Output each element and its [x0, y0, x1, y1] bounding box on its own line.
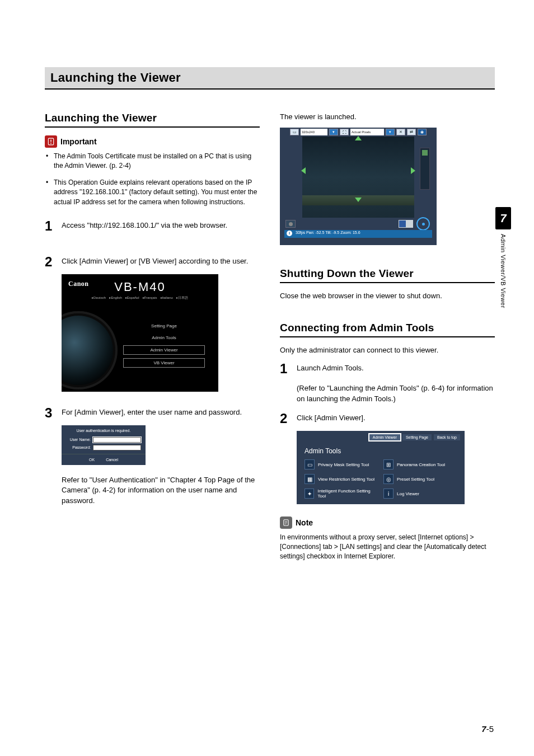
lang-link[interactable]: ▸Français — [143, 295, 157, 300]
admin-top-buttons: Admin Viewer Setting Page Back to top — [297, 431, 465, 446]
reconnect-icon[interactable]: ⇄ — [407, 129, 416, 135]
section-heading-launching: Launching the Viewer — [45, 112, 260, 128]
note-callout-header: Note — [280, 516, 495, 529]
footer-page: 5 — [489, 724, 494, 734]
important-icon — [45, 135, 57, 148]
admin-tools-title: Admin Tools — [297, 446, 465, 459]
toppage-logo: Canon — [68, 280, 89, 288]
step-number: 2 — [280, 412, 290, 425]
left-column: Launching the Viewer Important The Admin… — [45, 112, 260, 561]
note-label: Note — [296, 518, 313, 527]
step-text: Click [Admin Viewer] or [VB Viewer] acco… — [62, 255, 248, 269]
pixels-dropdown-icon[interactable]: ▾ — [386, 129, 395, 135]
important-bullet: This Operation Guide explains relevant o… — [53, 178, 260, 207]
viewer-launched-text: The viewer is launched. — [280, 112, 495, 122]
lang-link[interactable]: ▸Deutsch — [92, 295, 106, 300]
step-3: 3 For [Admin Viewer], enter the user nam… — [45, 406, 260, 420]
auth-username-input[interactable] — [93, 437, 141, 443]
toppage-button-settings[interactable]: Setting Page — [123, 322, 205, 330]
preset-icon: ◎ — [383, 474, 394, 484]
svg-point-2 — [50, 143, 51, 144]
auth-cancel-button[interactable]: Cancel — [106, 458, 118, 462]
tool-button[interactable]: ⛶ — [340, 129, 349, 135]
center-icon[interactable] — [416, 217, 430, 231]
admin-btn-setting-page[interactable]: Setting Page — [402, 434, 432, 440]
panorama-icon: ⊞ — [383, 459, 394, 469]
fullscreen-icon[interactable]: ✕ — [396, 129, 405, 135]
admin-tool-label: Intelligent Function Setting Tool — [317, 489, 378, 499]
viewer-toolbar: ▭ 320x240 ▾ ⛶ Actual Pixels ▾ ✕ ⇄ ◉ — [280, 128, 437, 137]
pan-down-icon[interactable] — [355, 198, 362, 202]
screenshot-viewer: ▭ 320x240 ▾ ⛶ Actual Pixels ▾ ✕ ⇄ ◉ — [280, 128, 437, 245]
note-text: In environments without a proxy server, … — [280, 533, 495, 561]
connect-step-2: 2 Click [Admin Viewer]. — [280, 412, 495, 425]
toppage-button-admintools[interactable]: Admin Tools — [123, 334, 205, 342]
admin-tool-item[interactable]: ✦Intelligent Function Setting Tool — [305, 489, 378, 499]
admin-btn-back[interactable]: Back to top — [434, 434, 460, 440]
pixels-select[interactable]: Actual Pixels — [350, 129, 384, 135]
viewer-bottom-bar — [280, 218, 437, 230]
privacy-mask-icon: ▭ — [305, 459, 315, 469]
step-text: For [Admin Viewer], enter the user name … — [62, 406, 242, 420]
step-number: 3 — [45, 406, 55, 420]
pan-up-icon[interactable] — [355, 136, 362, 140]
admin-tools-grid: ▭Privacy Mask Setting Tool ⊞Panorama Cre… — [297, 459, 465, 499]
auth-username-row: User Name: — [62, 436, 146, 444]
side-label: Admin Viewer/VB Viewer — [500, 234, 507, 308]
auth-ok-button[interactable]: OK — [89, 458, 95, 462]
footer-chapter: 7 — [481, 724, 486, 734]
main-heading-bar: Launching the Viewer — [45, 67, 495, 90]
admin-tool-item[interactable]: ◎Preset Setting Tool — [383, 474, 457, 484]
chapter-badge: 7 — [495, 207, 511, 229]
auth-password-input[interactable] — [93, 445, 141, 450]
pan-left-icon[interactable] — [301, 167, 306, 174]
lang-link[interactable]: ▸Italiano — [161, 295, 173, 300]
auth-password-row: Password: — [62, 444, 146, 452]
admin-btn-admin-viewer[interactable]: Admin Viewer — [369, 434, 400, 440]
viewer-status-bar: 30fps Pan: -52.5 Tilt: -9.5 Zoom: 15.6 — [284, 230, 432, 238]
size-dropdown-icon[interactable]: ▾ — [329, 129, 338, 135]
side-tab: 7 Admin Viewer/VB Viewer — [495, 207, 512, 308]
snapshot-icon[interactable] — [285, 220, 296, 228]
admin-tool-item[interactable]: iLog Viewer — [383, 489, 457, 499]
lang-link[interactable]: ▸English — [109, 295, 122, 300]
auth-username-label: User Name: — [66, 438, 91, 442]
step-number: 1 — [280, 362, 290, 375]
step-number: 1 — [45, 219, 55, 233]
toppage-langs: ▸Deutsch ▸English ▸Español ▸Français ▸It… — [92, 295, 188, 300]
toppage-button-vbviewer[interactable]: VB Viewer — [123, 358, 205, 368]
step-1: 1 Access "http://192.168.100.1/" via the… — [45, 219, 260, 233]
toppage-button-adminviewer[interactable]: Admin Viewer — [123, 345, 205, 355]
step-text: Launch Admin Tools. — [297, 362, 364, 375]
viewer-live-image[interactable] — [302, 137, 414, 218]
info-icon[interactable]: ◉ — [418, 129, 427, 135]
lang-link[interactable]: ▸日本語 — [176, 295, 188, 300]
step-number: 2 — [45, 255, 55, 269]
admin-tool-label: Privacy Mask Setting Tool — [318, 462, 369, 467]
tool-button[interactable]: ▭ — [290, 129, 299, 135]
step-3-note: Refer to "User Authentication" in "Chapt… — [62, 475, 260, 506]
admin-tool-item[interactable]: ▭Privacy Mask Setting Tool — [305, 459, 378, 469]
content-columns: Launching the Viewer Important The Admin… — [45, 112, 495, 561]
view-restriction-icon: ▦ — [305, 474, 315, 484]
size-select[interactable]: 320x240 — [301, 129, 327, 135]
step-text: Access "http://192.168.100.1/" via the w… — [62, 219, 227, 233]
page-root: Launching the Viewer Launching the Viewe… — [0, 0, 534, 756]
note-icon — [280, 516, 292, 529]
toppage-body: Setting Page Admin Tools Admin Viewer VB… — [62, 303, 218, 387]
shutdown-text: Close the web browser in the viewer to s… — [280, 291, 495, 301]
pan-right-icon[interactable] — [411, 167, 415, 174]
toggle-control[interactable] — [399, 220, 413, 228]
toppage-header: VB-M40 ▸Deutsch ▸English ▸Español ▸Franç… — [62, 274, 218, 303]
lang-link[interactable]: ▸Español — [125, 295, 139, 300]
zoom-slider[interactable] — [420, 148, 430, 190]
important-callout-header: Important — [45, 135, 260, 148]
admin-tool-label: View Restriction Setting Tool — [318, 477, 374, 482]
admin-tool-item[interactable]: ▦View Restriction Setting Tool — [305, 474, 378, 484]
connect-step-1: 1 Launch Admin Tools. — [280, 362, 495, 375]
auth-buttons: OK Cancel — [62, 454, 146, 465]
admin-tool-item[interactable]: ⊞Panorama Creation Tool — [383, 459, 457, 469]
auth-message: User authentication is required. — [62, 425, 146, 436]
admin-tool-label: Preset Setting Tool — [397, 477, 434, 482]
section-heading-connect: Connecting from Admin Tools — [280, 322, 495, 337]
